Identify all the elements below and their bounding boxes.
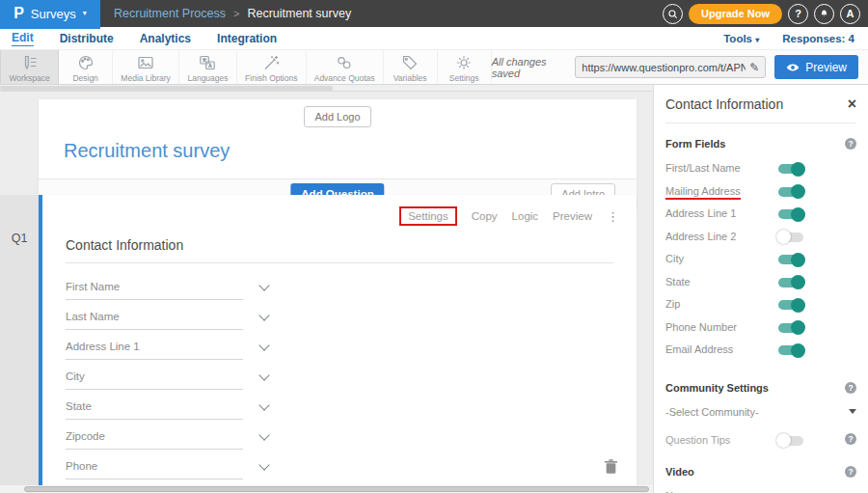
toolbar-item-variables[interactable]: Variables — [384, 50, 438, 84]
breadcrumb-survey-name: Recruitment survey — [247, 7, 351, 20]
question-title[interactable]: Contact Information — [66, 237, 613, 263]
toolbar-item-languages[interactable]: Languages — [179, 50, 237, 84]
top-bar: P Surveys ▾ Recruitment Process > Recrui… — [0, 0, 868, 27]
question-settings-button[interactable]: Settings — [399, 206, 457, 226]
surveys-label: Surveys — [31, 7, 76, 21]
community-settings-heading: Community Settings — [665, 382, 769, 394]
chevron-down-icon[interactable] — [258, 280, 269, 290]
survey-canvas: Add Logo Recruitment survey Add Question… — [0, 85, 653, 493]
toolbar-item-media-library[interactable]: Media Library — [113, 50, 179, 84]
chevron-down-icon[interactable] — [258, 340, 269, 350]
chevron-down-icon[interactable] — [258, 399, 269, 410]
trash-icon — [605, 459, 617, 474]
question-logic-button[interactable]: Logic — [512, 210, 539, 222]
edit-url-icon[interactable]: ✎ — [749, 61, 759, 74]
question-copy-button[interactable]: Copy — [472, 210, 498, 222]
tab-analytics[interactable]: Analytics — [140, 32, 191, 45]
notifications-button[interactable] — [814, 4, 834, 24]
chevron-down-icon[interactable] — [258, 429, 269, 440]
tab-integration[interactable]: Integration — [217, 32, 277, 45]
help-button[interactable]: ? — [788, 4, 808, 24]
top-horizontal-scrollbar[interactable] — [0, 85, 653, 92]
translate-icon — [198, 53, 217, 72]
toolbar-item-advance-quotas[interactable]: Advance Quotas — [307, 50, 384, 84]
toggle-zip[interactable] — [778, 300, 803, 310]
field-phone[interactable]: Phone — [66, 458, 243, 479]
chevron-down-icon[interactable] — [258, 310, 269, 320]
scrollbar-thumb[interactable] — [0, 86, 333, 91]
field-state[interactable]: State — [66, 398, 243, 420]
help-icon[interactable]: ? — [845, 382, 856, 394]
responses-count[interactable]: Responses: 4 — [782, 33, 854, 44]
question-tips-row: Question Tips ? — [665, 432, 856, 448]
toolbar-item-design[interactable]: Design — [59, 50, 113, 84]
settings-panel: Contact Information × Form Fields ? Firs… — [653, 85, 868, 493]
field-city[interactable]: City — [66, 369, 243, 390]
toggle-first-last-name[interactable] — [778, 164, 803, 174]
toggle-city[interactable] — [778, 255, 803, 264]
survey-url-field[interactable]: https://www.questionpro.com/t/APNrFZ ✎ — [575, 56, 766, 78]
magic-wand-icon — [261, 53, 281, 72]
kebab-menu-icon[interactable]: ⋮ — [607, 209, 619, 224]
preview-button[interactable]: Preview — [774, 55, 858, 79]
help-icon[interactable]: ? — [845, 138, 856, 150]
form-fields-heading: Form Fields — [665, 138, 725, 150]
toolbar-item-workspace[interactable]: Workspace — [0, 50, 59, 84]
nav-right: Tools ▾ Responses: 4 — [723, 33, 854, 44]
toggle-row-email-address: Email Address — [665, 341, 856, 364]
search-button[interactable] — [663, 4, 683, 24]
field-address-line-1[interactable]: Address Line 1 — [66, 339, 243, 360]
field-last-name[interactable]: Last Name — [66, 309, 243, 330]
toggle-email-address[interactable] — [778, 345, 803, 355]
toggle-address-line-2[interactable] — [778, 233, 803, 242]
survey-nav: Edit Distribute Analytics Integration To… — [0, 27, 868, 49]
toggle-row-address-line-2: Address Line 2 — [665, 228, 856, 251]
video-select[interactable]: None — [665, 490, 856, 493]
tab-edit[interactable]: Edit — [12, 31, 34, 46]
question-card[interactable]: Settings Copy Logic Preview ⋮ Contact In… — [39, 195, 637, 485]
toggle-question-tips[interactable] — [778, 436, 803, 446]
toggle-address-line-1[interactable] — [778, 209, 803, 219]
chevron-down-icon[interactable] — [258, 370, 269, 380]
chevron-down-icon: ▾ — [755, 36, 759, 44]
tag-icon — [400, 53, 420, 72]
help-icon[interactable]: ? — [845, 466, 856, 478]
workspace-icon — [20, 53, 40, 72]
chain-links-icon — [335, 53, 354, 72]
bottom-horizontal-scrollbar[interactable] — [0, 485, 653, 493]
surveys-menu[interactable]: P Surveys ▾ — [0, 0, 100, 27]
tools-menu[interactable]: Tools ▾ — [723, 33, 759, 44]
toolbar-item-settings[interactable]: Settings — [438, 50, 492, 84]
close-icon[interactable]: × — [848, 96, 856, 112]
breadcrumb-folder[interactable]: Recruitment Process — [114, 7, 226, 20]
field-zipcode[interactable]: Zipcode — [66, 428, 243, 450]
tab-distribute[interactable]: Distribute — [60, 32, 114, 45]
question-section: Q1 Settings Copy Logic Preview ⋮ Contact… — [0, 195, 653, 485]
content-area: Add Logo Recruitment survey Add Question… — [0, 85, 868, 493]
toolbar-item-finish-options[interactable]: Finish Options — [237, 50, 307, 84]
help-icon[interactable]: ? — [845, 433, 856, 445]
community-select[interactable]: -Select Community- — [665, 406, 856, 418]
question-preview-button[interactable]: Preview — [553, 210, 592, 222]
annotated-label: Mailing Address — [665, 185, 741, 200]
breadcrumb: Recruitment Process > Recruitment survey — [114, 7, 351, 20]
video-heading: Video — [665, 466, 694, 478]
image-icon — [136, 53, 155, 72]
add-logo-button[interactable]: Add Logo — [304, 106, 370, 127]
delete-question-button[interactable] — [605, 459, 617, 478]
field-first-name[interactable]: First Name — [66, 279, 243, 300]
gear-icon — [454, 53, 474, 72]
surveys-menu-underline — [0, 27, 100, 29]
upgrade-now-button[interactable]: Upgrade Now — [689, 4, 782, 24]
avatar[interactable]: A — [840, 4, 860, 24]
panel-title: Contact Information — [665, 96, 783, 112]
survey-title[interactable]: Recruitment survey — [39, 127, 637, 178]
panel-divider — [665, 123, 856, 123]
toggle-mailing-address[interactable] — [778, 187, 803, 197]
scrollbar-thumb[interactable] — [24, 486, 649, 492]
toggle-phone-number[interactable] — [778, 323, 803, 333]
survey-header-card: Add Logo Recruitment survey Add Question… — [39, 99, 637, 207]
chevron-down-icon[interactable] — [258, 459, 269, 470]
toggle-row-mailing-address: Mailing Address — [665, 182, 856, 205]
toggle-state[interactable] — [778, 278, 803, 288]
